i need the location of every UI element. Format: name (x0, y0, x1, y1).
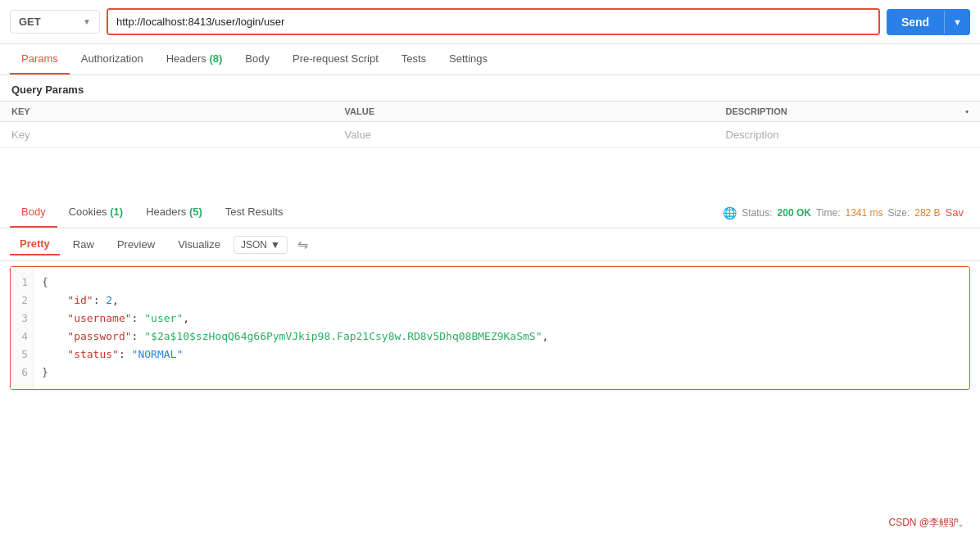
query-params-title: Query Params (0, 75, 980, 101)
status-label: Status: (742, 207, 772, 219)
line-numbers: 1 2 3 4 5 6 (11, 267, 34, 389)
spacer (0, 148, 980, 197)
status-value: 200 OK (778, 207, 811, 219)
send-label: Send (887, 9, 944, 35)
size-label: Size: (888, 207, 910, 219)
tab-params[interactable]: Params (10, 44, 70, 75)
json-chevron-icon: ▼ (270, 239, 280, 251)
response-code-area: 1 2 3 4 5 6 { "id": 2, "username": "user… (10, 266, 970, 390)
col-header-desc: DESCRIPTION (715, 102, 955, 122)
table-row: Key Value Description (0, 122, 980, 148)
tab-authorization[interactable]: Authorization (70, 44, 155, 75)
body-tab-visualize[interactable]: Visualize (168, 234, 230, 255)
tab-body[interactable]: Body (234, 44, 281, 75)
headers-badge: (8) (209, 52, 222, 65)
wrap-icon[interactable]: ⇋ (297, 237, 308, 252)
line-num: 5 (16, 346, 28, 364)
tab-prerequest[interactable]: Pre-request Script (281, 44, 390, 75)
tab-settings[interactable]: Settings (438, 44, 499, 75)
save-button[interactable]: Sav (946, 206, 964, 219)
url-input-wrapper (107, 8, 880, 35)
col-header-dot: • (954, 102, 980, 122)
time-value: 1341 ms (846, 207, 883, 219)
send-button[interactable]: Send ▼ (887, 9, 970, 35)
resp-tab-body[interactable]: Body (10, 197, 57, 228)
resp-headers-badge: (5) (189, 206, 202, 218)
line-num: 4 (16, 328, 28, 346)
param-desc-cell[interactable]: Description (715, 122, 955, 148)
method-select[interactable]: GET ▼ (10, 10, 100, 34)
code-content: { "id": 2, "username": "user", "password… (34, 267, 556, 389)
time-label: Time: (816, 207, 841, 219)
method-chevron-icon: ▼ (83, 17, 91, 26)
response-status-area: 🌐 Status: 200 OK Time: 1341 ms Size: 282… (723, 206, 970, 219)
send-dropdown-icon[interactable]: ▼ (944, 11, 970, 34)
resp-tab-cookies[interactable]: Cookies (1) (57, 197, 134, 228)
response-tabs-bar: Body Cookies (1) Headers (5) Test Result… (0, 197, 980, 228)
json-format-select[interactable]: JSON ▼ (234, 236, 288, 254)
tab-tests[interactable]: Tests (390, 44, 438, 75)
line-num: 1 (16, 274, 28, 292)
method-label: GET (19, 16, 41, 28)
globe-icon: 🌐 (723, 206, 737, 219)
body-tab-raw[interactable]: Raw (63, 234, 104, 255)
param-key-cell[interactable]: Key (0, 122, 333, 148)
resp-tab-testresults[interactable]: Test Results (214, 197, 295, 228)
body-tabs-bar: Pretty Raw Preview Visualize JSON ▼ ⇋ (0, 228, 980, 261)
param-dot-cell (954, 122, 980, 148)
col-header-key: KEY (0, 102, 333, 122)
url-input[interactable] (108, 10, 878, 34)
body-tab-preview[interactable]: Preview (107, 234, 165, 255)
param-value-cell[interactable]: Value (333, 122, 715, 148)
line-num: 3 (16, 310, 28, 328)
line-num: 2 (16, 292, 28, 310)
body-tab-pretty[interactable]: Pretty (10, 233, 60, 255)
size-value: 282 B (914, 207, 940, 219)
line-num: 6 (16, 364, 28, 382)
top-bar: GET ▼ Send ▼ (0, 0, 980, 44)
tab-headers[interactable]: Headers (8) (155, 44, 234, 75)
request-tabs-bar: Params Authorization Headers (8) Body Pr… (0, 44, 980, 75)
json-label: JSON (241, 239, 267, 251)
col-header-value: VALUE (333, 102, 715, 122)
resp-tab-headers[interactable]: Headers (5) (134, 197, 214, 228)
params-table: KEY VALUE DESCRIPTION • Key Value Descri… (0, 101, 980, 148)
cookies-badge: (1) (110, 206, 123, 218)
